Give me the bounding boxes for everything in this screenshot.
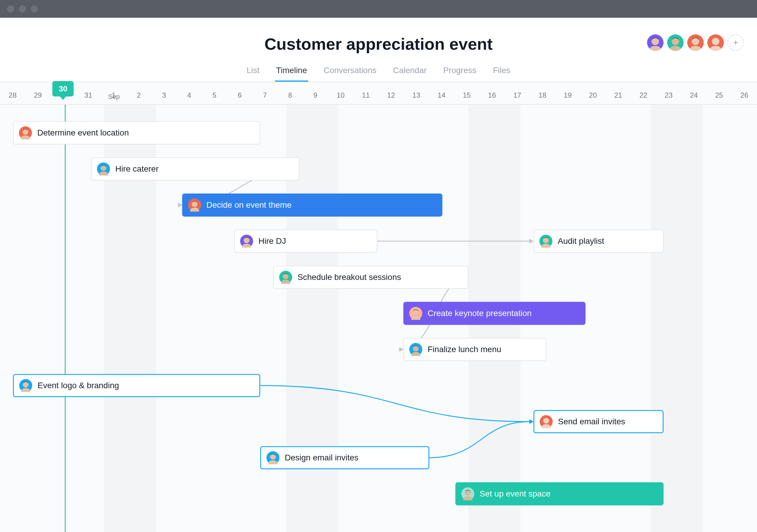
task-label: Finalize lunch menu <box>428 345 501 354</box>
date-column-header: 23 <box>656 91 681 104</box>
grid-column <box>624 105 651 532</box>
project-header: Customer appreciation event + ListTimeli… <box>0 18 757 82</box>
task-bar[interactable]: Determine event location <box>13 121 260 144</box>
add-member-button[interactable]: + <box>727 34 744 51</box>
date-column-header: 13 <box>404 91 429 104</box>
member-avatar[interactable] <box>687 34 704 51</box>
task-bar[interactable]: Finalize lunch menu <box>403 338 546 361</box>
task-bar[interactable]: Create keynote presentation <box>403 302 586 325</box>
date-column-header: 6 <box>227 91 252 104</box>
date-column-header: 2 <box>126 91 151 104</box>
tab-list[interactable]: List <box>245 63 261 82</box>
task-bar[interactable]: Event logo & branding <box>13 374 260 397</box>
task-label: Schedule breakout sessions <box>297 272 401 282</box>
project-members: + <box>647 34 744 51</box>
date-column-header: 12 <box>378 91 404 104</box>
member-avatar[interactable] <box>667 34 684 51</box>
grid-column <box>755 105 757 532</box>
date-column-header: 3 <box>151 91 176 104</box>
month-label: Sep <box>101 93 127 101</box>
date-column-header: 18 <box>530 91 555 104</box>
traffic-light-close[interactable] <box>7 5 14 13</box>
traffic-light-minimize[interactable] <box>19 5 26 13</box>
grid-column-weekend <box>677 105 703 532</box>
date-column-header: 14 <box>429 91 454 104</box>
date-column-header: 17 <box>505 91 530 104</box>
date-column-header: 9 <box>303 91 328 104</box>
member-avatar[interactable] <box>647 34 664 51</box>
grid-column <box>729 105 755 532</box>
task-bar[interactable]: Hire DJ <box>234 230 377 253</box>
tab-calendar[interactable]: Calendar <box>392 63 428 82</box>
grid-column <box>0 105 26 532</box>
date-column-header: 26 <box>732 91 757 104</box>
task-bar[interactable]: Audit playlist <box>533 230 664 253</box>
task-bar[interactable]: Send email invites <box>533 410 664 433</box>
window-titlebar <box>0 0 757 18</box>
date-column-header: 24 <box>681 91 707 104</box>
date-column-header: 19 <box>555 91 580 104</box>
date-column-header: 1Sep <box>101 91 126 104</box>
task-label: Design email invites <box>285 453 358 462</box>
date-column-header: 11 <box>353 91 378 104</box>
task-bar[interactable]: Hire caterer <box>91 157 299 180</box>
tab-timeline[interactable]: Timeline <box>275 63 308 82</box>
date-column-header: 30 <box>50 81 76 104</box>
task-assignee-avatar <box>97 163 110 175</box>
date-column-header: 29 <box>25 91 50 104</box>
date-column-header: 5 <box>202 91 227 104</box>
task-assignee-avatar <box>240 235 253 248</box>
traffic-light-zoom[interactable] <box>31 5 38 13</box>
task-assignee-avatar <box>461 487 474 500</box>
timeline-canvas[interactable]: Determine event locationHire catererDeci… <box>0 105 757 532</box>
date-column-header: 10 <box>328 91 353 104</box>
date-column-header: 21 <box>606 91 631 104</box>
task-label: Hire DJ <box>258 236 286 246</box>
task-bar[interactable]: Decide on event theme <box>182 194 442 217</box>
task-assignee-avatar <box>266 451 280 464</box>
grid-column <box>703 105 729 532</box>
date-column-header: 4 <box>176 91 202 104</box>
task-assignee-avatar <box>19 126 32 140</box>
view-tabs: ListTimelineConversationsCalendarProgres… <box>0 63 757 82</box>
date-column-header: 7 <box>252 91 277 104</box>
task-label: Event logo & branding <box>38 381 119 390</box>
task-label: Send email invites <box>558 417 625 426</box>
project-title: Customer appreciation event <box>264 34 493 53</box>
date-column-header: 15 <box>454 91 479 104</box>
task-label: Audit playlist <box>558 236 604 246</box>
task-assignee-avatar <box>279 271 292 284</box>
task-label: Create keynote presentation <box>428 309 532 318</box>
today-indicator-line <box>65 105 66 532</box>
tab-conversations[interactable]: Conversations <box>322 63 378 82</box>
task-assignee-avatar <box>188 199 201 211</box>
member-avatar[interactable] <box>707 34 724 51</box>
task-label: Set up event space <box>480 489 551 499</box>
date-column-header: 25 <box>707 91 732 104</box>
task-assignee-avatar <box>409 307 422 320</box>
task-bar[interactable]: Schedule breakout sessions <box>273 266 469 289</box>
grid-column-weekend <box>651 105 677 532</box>
tab-files[interactable]: Files <box>492 63 512 82</box>
date-column-header: 22 <box>631 91 656 104</box>
task-bar[interactable]: Design email invites <box>260 446 429 469</box>
task-assignee-avatar <box>409 343 422 356</box>
date-column-header: 16 <box>479 91 504 104</box>
task-label: Determine event location <box>37 128 129 138</box>
date-column-header: 8 <box>278 91 303 104</box>
task-label: Decide on event theme <box>206 200 291 210</box>
tab-progress[interactable]: Progress <box>442 63 477 82</box>
date-column-header: 28 <box>0 91 25 104</box>
grid-column <box>598 105 624 532</box>
date-column-header: 31 <box>76 91 101 104</box>
task-assignee-avatar <box>19 379 32 392</box>
task-assignee-avatar <box>540 415 553 428</box>
date-column-header: 20 <box>581 91 606 104</box>
task-bar[interactable]: Set up event space <box>455 482 664 505</box>
timeline-date-axis: 282930311Sep2345678910111213141516171819… <box>0 82 757 105</box>
task-label: Hire caterer <box>115 164 159 174</box>
task-assignee-avatar <box>539 235 552 248</box>
grid-column <box>26 105 52 532</box>
